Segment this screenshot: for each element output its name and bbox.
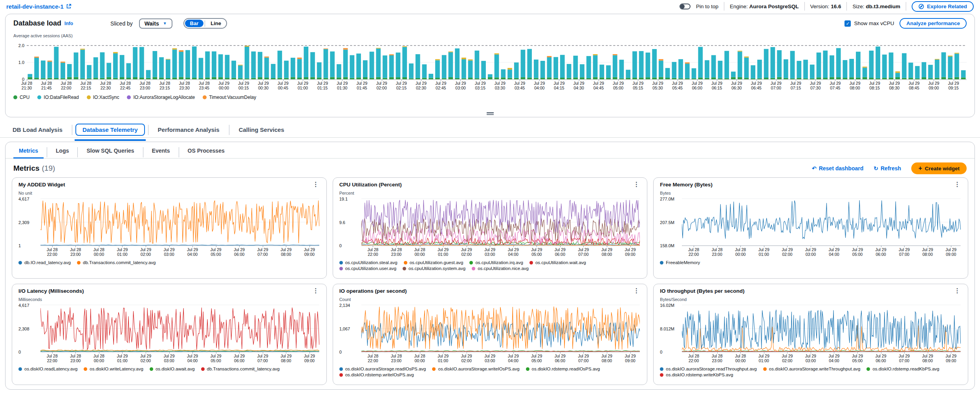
legend-item-os-cpuutilization-system-avg[interactable]: os.cpuUtilization.system.avg: [403, 266, 465, 271]
legend-item-os-diskio-aurorastorage-readthroughput-avg[interactable]: os.diskIO.auroraStorage.readThroughput.a…: [660, 367, 757, 371]
aas-xtick: Jul 2823:00: [139, 81, 150, 90]
tab-database-telemetry[interactable]: Database Telemetry: [75, 124, 145, 136]
subtab-events[interactable]: Events: [147, 146, 176, 159]
legend-item-os-diskio-await-avg[interactable]: os.diskIO.await.avg: [150, 367, 195, 371]
widget-xtick: Jul 2908:00: [280, 354, 291, 363]
widget-xtick: Jul 2822:00: [47, 354, 58, 363]
legend-item-os-diskio-rdstemp-readiosps-avg[interactable]: os.diskIO.rdstemp.readIOsPS.avg: [526, 367, 600, 371]
widget-xtick: Jul 2904:00: [508, 247, 519, 257]
refresh-button[interactable]: ↻Refresh: [874, 165, 901, 171]
legend-item-db-io-read-latency-avg[interactable]: db.IO.read_latency.avg: [18, 260, 71, 265]
widget-chart-plot[interactable]: [361, 304, 640, 353]
legend-item-os-diskio-aurorastorage-writethroughput-avg[interactable]: os.diskIO.auroraStorage.writeThroughput.…: [763, 367, 861, 371]
app-title-link[interactable]: retail-dev-instance-1: [6, 3, 71, 10]
kebab-menu-icon[interactable]: ⋮: [632, 288, 641, 294]
legend-item-os-diskio-rdstemp-writekbps-avg[interactable]: os.diskIO.rdstemp.writeKbPS.avg: [660, 372, 733, 377]
legend-item-os-diskio-writelatency-avg[interactable]: os.diskIO.writeLatency.avg: [84, 367, 143, 371]
subtab-metrics[interactable]: Metrics: [13, 146, 44, 159]
legend-item-os-diskio-aurorastorage-writeiosps-avg[interactable]: os.diskIO.auroraStorage.writeIOsPS.avg: [432, 367, 519, 371]
aas-xtick: Jul 2906:30: [731, 81, 742, 90]
legend-dot: [432, 367, 436, 371]
legend-item-os-cpuutilization-user-avg[interactable]: os.cpuUtilization.user.avg: [339, 266, 396, 271]
reset-dashboard-button[interactable]: ↶Reset dashboard: [812, 165, 863, 171]
legend-dot: [660, 367, 663, 371]
widget-chart-plot[interactable]: [40, 304, 319, 353]
tab-calling-services[interactable]: Calling Services: [233, 124, 291, 135]
legend-label: os.diskIO.auroraStorage.writeThroughput.…: [769, 367, 861, 371]
kebab-menu-icon[interactable]: ⋮: [953, 288, 962, 294]
widget-xtick: Jul 2822:00: [688, 247, 699, 257]
widget-chart-plot[interactable]: [40, 198, 319, 246]
line-option[interactable]: Line: [206, 20, 225, 27]
legend-item-freeablememory[interactable]: FreeableMemory: [660, 260, 700, 265]
subtab-slow-sql-queries[interactable]: Slow SQL Queries: [81, 146, 139, 159]
legend-item-os-diskio-rdstemp-writeiosps-avg[interactable]: os.diskIO.rdstemp.writeIOsPS.avg: [339, 372, 414, 377]
explore-related-button[interactable]: Explore Related: [912, 1, 974, 12]
widget-legend: os.diskIO.readLatency.avgos.diskIO.write…: [18, 367, 320, 371]
widget-chart-plot[interactable]: [682, 304, 961, 353]
bar-option[interactable]: Bar: [185, 20, 204, 27]
widget-xtick: Jul 2908:00: [601, 354, 612, 363]
create-widget-button[interactable]: +Create widget: [911, 162, 967, 174]
legend-item-io-xactsync[interactable]: IO:XactSync: [87, 95, 119, 100]
aas-ytick: 1.0: [18, 60, 27, 65]
widget-ytick: 16.02M: [660, 303, 674, 308]
slice-select[interactable]: Waits ▼: [139, 18, 172, 29]
aas-xtick: Jul 2908:45: [909, 81, 920, 90]
subtab-os-processes[interactable]: OS Processes: [182, 146, 230, 159]
tab-db-load-analysis[interactable]: DB Load Analysis: [6, 124, 69, 135]
legend-dot: [77, 261, 81, 264]
legend-item-os-cpuutilization-irq-avg[interactable]: os.cpuUtilization.irq.avg: [469, 260, 523, 265]
legend-item-db-transactions-commit-latency-avg[interactable]: db.Transactions.commit_latency.avg: [201, 367, 280, 371]
widget-ytick: 8.012M: [660, 327, 674, 331]
legend-item-os-cpuutilization-wait-avg[interactable]: os.cpuUtilization.wait.avg: [529, 260, 586, 265]
legend-item-io-datafileread[interactable]: IO:DataFileRead: [37, 95, 79, 100]
kebab-menu-icon[interactable]: ⋮: [632, 182, 641, 187]
aas-xtick: Jul 2908:00: [850, 81, 861, 90]
widget-unit-label: Milliseconds: [18, 297, 320, 302]
info-link[interactable]: Info: [64, 21, 73, 26]
tab-performance-analysis[interactable]: Performance Analysis: [152, 124, 226, 135]
aas-xtick: Jul 2904:45: [593, 81, 604, 90]
legend-dot: [866, 367, 870, 371]
subtab-logs[interactable]: Logs: [50, 146, 74, 159]
aas-xtick: Jul 2822:00: [60, 81, 71, 90]
legend-item-timeout-vacuumdelay[interactable]: Timeout:VacuumDelay: [203, 95, 256, 100]
widget-xtick: Jul 2902:00: [461, 247, 472, 257]
legend-item-os-diskio-aurorastorage-readiosps-avg[interactable]: os.diskIO.auroraStorage.readIOsPS.avg: [339, 367, 426, 371]
kebab-menu-icon[interactable]: ⋮: [311, 288, 320, 294]
kebab-menu-icon[interactable]: ⋮: [311, 182, 320, 187]
widget-xtick: Jul 2907:00: [257, 354, 268, 363]
aas-ytick: 2.0: [18, 43, 27, 48]
aas-xtick: Jul 2905:45: [672, 81, 683, 90]
legend-dot: [339, 373, 343, 377]
explore-related-label: Explore Related: [927, 4, 967, 9]
widget-chart-plot[interactable]: [361, 198, 640, 246]
legend-item-os-cpuutilization-steal-avg[interactable]: os.cpuUtilization.steal.avg: [339, 260, 397, 265]
widget-xtick: Jul 2823:00: [712, 354, 723, 363]
resize-drag-handle[interactable]: [487, 111, 494, 116]
metrics-title: Metrics: [13, 164, 40, 173]
widget-xtick: Jul 2903:00: [484, 354, 495, 363]
kebab-menu-icon[interactable]: ⋮: [953, 182, 962, 187]
legend-item-io-aurorastoragelogallocate[interactable]: IO:AuroraStorageLogAllocate: [127, 95, 195, 100]
legend-dot: [339, 267, 343, 270]
version-value: 16.6: [831, 4, 841, 9]
legend-item-cpu[interactable]: CPU: [13, 95, 29, 100]
legend-item-os-cpuutilization-guest-avg[interactable]: os.cpuUtilization.guest.avg: [404, 260, 463, 265]
legend-item-os-diskio-readlatency-avg[interactable]: os.diskIO.readLatency.avg: [18, 367, 77, 371]
widget-ytick: 0: [339, 350, 342, 354]
widget-xtick: Jul 2822:00: [688, 354, 699, 363]
widget-unit-label: Percent: [339, 191, 641, 195]
show-max-vcpu-checkbox[interactable]: ✓: [844, 20, 851, 27]
pin-to-top-toggle[interactable]: [680, 4, 691, 9]
legend-item-db-transactions-commit-latency-avg[interactable]: db.Transactions.commit_latency.avg: [77, 260, 156, 265]
legend-dot: [18, 261, 22, 264]
db-load-chart-plot[interactable]: 2.01.00: [27, 40, 967, 80]
legend-item-os-diskio-rdstemp-readkbps-avg[interactable]: os.diskIO.rdstemp.readKbPS.avg: [866, 367, 939, 371]
legend-label: CPU: [20, 95, 29, 100]
legend-item-os-cpuutilization-nice-avg[interactable]: os.cpuUtilization.nice.avg: [472, 266, 529, 271]
widget-legend: os.cpuUtilization.steal.avgos.cpuUtiliza…: [339, 260, 641, 271]
widget-chart-plot[interactable]: [682, 198, 961, 246]
analyze-performance-button[interactable]: Analyze performance: [899, 18, 967, 29]
